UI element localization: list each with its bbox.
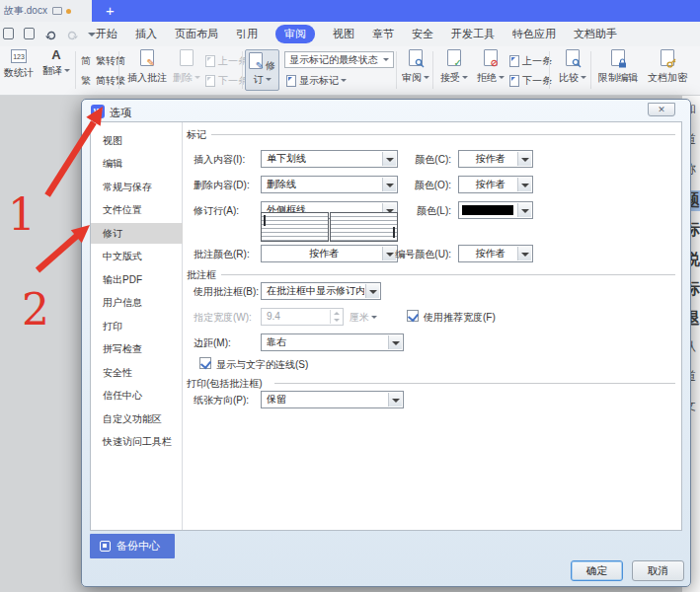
insert-content-select[interactable]: 单下划线 [261,150,398,168]
recommended-width-checkbox[interactable] [407,310,419,322]
previous-comment-icon [205,55,215,67]
insert-content-label: 插入内容(I): [194,153,245,167]
ribbon-divider [549,51,550,89]
menu-security[interactable]: 安全 [412,27,433,41]
show-markup-button[interactable]: 显示标记 [286,74,347,88]
paper-orientation-select[interactable]: 保留 [261,391,404,408]
accept-button[interactable]: ✓ 接受 [436,49,472,85]
number-color-select[interactable]: 按作者 [458,245,533,262]
reject-button[interactable]: ⊘ 拒绝 [474,49,507,85]
menu-page-layout[interactable]: 页面布局 [175,27,218,41]
markup-state-combobox[interactable]: 显示标记的最终状态 [284,51,394,68]
chevron-down-icon [383,58,389,61]
ribbon-divider [396,51,397,89]
use-balloon-select[interactable]: 在批注框中显示修订内容 [261,282,381,300]
tab-bar-blue-area: + [92,0,700,22]
sidebar-item-edit[interactable]: 编辑 [91,153,183,174]
sidebar-item-file-location[interactable]: 文件位置 [91,199,183,220]
lock-icon [611,49,625,66]
sidebar-item-track-changes[interactable]: 修订 [91,223,183,244]
unit-label: 厘米 [350,311,377,325]
sidebar-item-print[interactable]: 打印 [91,316,183,336]
color-c-select[interactable]: 按作者 [458,150,533,168]
menu-items: 开始 插入 页面布局 引用 审阅 视图 章节 安全 开发工具 特色应用 文档助手 [96,25,617,43]
menu-section[interactable]: 章节 [372,27,394,41]
wps-logo-icon: W [91,105,105,118]
undo-icon[interactable] [44,28,57,40]
color-o-label: 颜色(O): [382,179,451,192]
backup-icon [100,541,111,552]
trad-to-simp-icon: 简 [81,55,93,67]
dialog-content: 视图 编辑 常规与保存 文件位置 修订 中文版式 输出PDF 用户信息 打印 拼… [90,121,682,531]
menu-review-active[interactable]: 审阅 [275,25,315,43]
print-preview-icon[interactable] [24,28,36,40]
margin-select[interactable]: 靠右 [261,333,404,351]
backup-center-button[interactable]: 备份中心 [90,534,175,558]
sidebar-item-view[interactable]: 视图 [91,130,183,151]
connect-line-checkbox[interactable] [199,357,211,369]
ok-button[interactable]: 确定 [571,560,623,581]
sidebar-item-chinese-layout[interactable]: 中文版式 [91,246,183,266]
ribbon-divider [75,51,76,89]
comment-color-select[interactable]: 按作者 [261,245,398,262]
chevron-down-icon [365,284,379,298]
translate-button[interactable]: A 翻译 [39,49,73,78]
chevron-down-icon [388,393,402,407]
document-tab-label: 故事.docx [4,4,47,18]
compare-button[interactable]: 比较 [555,49,590,85]
chevron-down-icon [388,335,402,349]
delete-content-select[interactable]: 删除线 [261,176,398,193]
menu-home[interactable]: 开始 [96,27,117,41]
next-change-button[interactable]: 下一条 [509,74,552,88]
toolbar-collapse-icon[interactable] [88,33,96,37]
menu-special-apps[interactable]: 特色应用 [512,27,556,41]
next-change-icon [509,75,519,87]
review-button[interactable]: 审阅 [399,49,432,85]
word-count-button[interactable]: 123 数统计 [0,49,38,80]
menu-view[interactable]: 视图 [333,27,354,41]
cancel-button[interactable]: 取消 [632,560,684,581]
sidebar-item-security[interactable]: 安全性 [91,362,183,383]
ribbon: 123 数统计 A 翻译 简 繁转简 繁 简转繁 ✎ 插入批注 删除 上一条 下… [0,46,700,96]
menu-bar: 开始 插入 页面布局 引用 审阅 视图 章节 安全 开发工具 特色应用 文档助手 [0,22,700,46]
previous-change-button[interactable]: 上一条 [509,54,552,68]
group-balloon-title: 批注框 [187,268,216,282]
document-tab[interactable]: 故事.docx [0,0,92,22]
menu-doc-assistant[interactable]: 文档助手 [574,27,617,41]
preview-box-right [330,212,398,242]
group-line [274,383,675,384]
sidebar-item-user-info[interactable]: 用户信息 [91,292,183,313]
paper-orientation-label: 纸张方向(P): [194,394,249,407]
revision-line-label: 修订行(A): [194,204,239,218]
chevron-down-icon [517,152,531,166]
sidebar-item-general-save[interactable]: 常规与保存 [91,177,183,197]
translate-icon: A [50,49,62,61]
insert-comment-button[interactable]: ✎ 插入批注 [126,49,168,85]
menu-developer[interactable]: 开发工具 [451,27,495,41]
encrypt-document-button[interactable]: 文档加密 [644,49,691,85]
new-tab-button[interactable]: + [106,1,115,21]
menu-references[interactable]: 引用 [236,27,258,41]
annotation-number-2: 2 [22,284,49,334]
color-l-select[interactable] [458,201,533,219]
close-icon[interactable]: ✕ [648,103,675,116]
track-changes-button[interactable]: ✎ 修订 [245,49,279,91]
sidebar-item-export-pdf[interactable]: 输出PDF [91,269,183,290]
sidebar-item-spellcheck[interactable]: 拼写检查 [91,338,183,359]
chevron-down-icon [517,247,531,260]
group-mark-title: 标记 [187,128,206,142]
sidebar-item-customize-ribbon[interactable]: 自定义功能区 [91,408,183,429]
sidebar-item-trust-center[interactable]: 信任中心 [91,385,183,406]
black-color-swatch [462,205,513,215]
insert-comment-icon: ✎ [140,49,154,66]
menu-insert[interactable]: 插入 [135,27,157,41]
word-count-icon: 123 [11,49,27,63]
color-o-select[interactable]: 按作者 [458,176,533,193]
delete-content-label: 删除内容(D): [194,179,250,192]
restrict-editing-button[interactable]: 限制编辑 [594,49,642,85]
revision-line-preview [261,212,398,242]
color-c-label: 颜色(C): [382,153,451,167]
chevron-down-icon [517,203,531,217]
sidebar-item-quick-access[interactable]: 快速访问工具栏 [91,431,183,452]
save-icon[interactable] [3,28,15,40]
